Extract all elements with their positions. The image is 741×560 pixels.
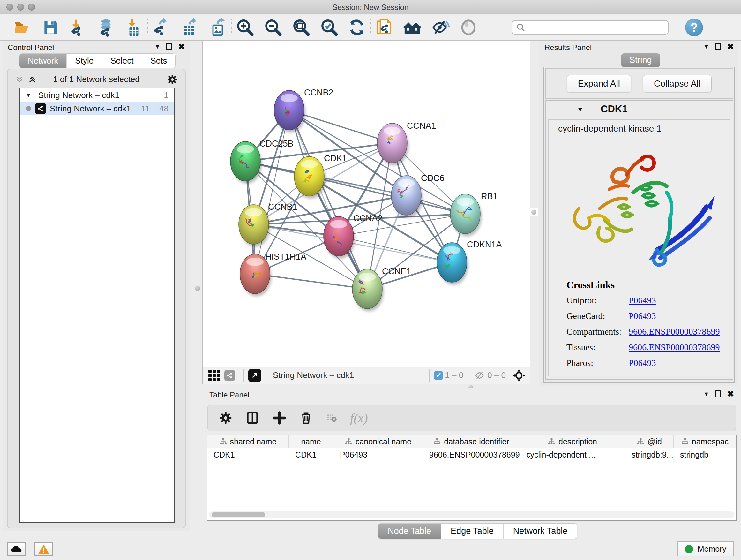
- show-all-icon[interactable]: [459, 18, 478, 37]
- selected-checkbox-icon[interactable]: ✓: [434, 371, 443, 380]
- section-expander-icon[interactable]: ▼: [577, 106, 583, 113]
- network-node-CDC25B[interactable]: CDC25B: [230, 139, 293, 184]
- collapse-panel-icon[interactable]: ▼: [703, 391, 709, 397]
- delete-table-icon[interactable]: [326, 412, 337, 424]
- create-column-icon[interactable]: [272, 411, 286, 425]
- tab-string[interactable]: String: [621, 53, 660, 67]
- search-input[interactable]: [526, 23, 664, 32]
- tab-select[interactable]: Select: [102, 54, 142, 68]
- column-header[interactable]: database identifier: [423, 435, 520, 448]
- crosslink-link[interactable]: P06493: [629, 358, 656, 368]
- column-header[interactable]: description: [520, 435, 625, 448]
- cloud-button[interactable]: [7, 543, 26, 556]
- network-node-RB1[interactable]: RB1: [450, 192, 498, 236]
- collection-count: 1: [164, 90, 169, 100]
- export-table-icon[interactable]: [180, 18, 199, 37]
- crosslink-link[interactable]: 9606.ENSP00000378699: [629, 327, 720, 337]
- network-node-CDK1[interactable]: CDK1: [294, 153, 347, 199]
- column-header[interactable]: shared name: [207, 435, 289, 448]
- hide-selected-icon[interactable]: [431, 18, 450, 37]
- save-session-icon[interactable]: [41, 18, 60, 37]
- table-row[interactable]: CDK1 CDK1 P06493 9606.ENSP00000378699 cy…: [207, 448, 736, 461]
- tree-expander-icon[interactable]: ▼: [25, 92, 31, 99]
- close-panel-icon[interactable]: ✖: [727, 390, 734, 397]
- refresh-icon[interactable]: [347, 18, 366, 37]
- collapse-panel-icon[interactable]: ▼: [703, 44, 709, 50]
- float-panel-icon[interactable]: [715, 43, 721, 50]
- collapse-all-button[interactable]: Collapse All: [643, 75, 712, 92]
- zoom-in-icon[interactable]: [235, 18, 255, 37]
- import-network-database-icon[interactable]: [96, 18, 116, 37]
- show-columns-icon[interactable]: [246, 411, 259, 425]
- column-header[interactable]: name: [289, 435, 333, 448]
- collapse-panel-icon[interactable]: ▼: [154, 44, 160, 50]
- share-document-icon[interactable]: [375, 18, 394, 37]
- expand-all-button[interactable]: Expand All: [567, 75, 631, 92]
- tab-network-table[interactable]: Network Table: [503, 523, 577, 539]
- view-grid-icon[interactable]: [208, 370, 220, 381]
- scrollbar-thumb[interactable]: [212, 512, 265, 517]
- import-network-file-icon[interactable]: [68, 18, 87, 37]
- network-node-CCNA1[interactable]: CCNA1: [377, 121, 436, 165]
- memory-button[interactable]: Memory: [677, 542, 734, 557]
- float-panel-icon[interactable]: [166, 43, 172, 50]
- column-header[interactable]: @id: [625, 435, 674, 448]
- node-table[interactable]: shared name name canonical name database…: [207, 435, 737, 521]
- import-table-icon[interactable]: [125, 18, 144, 37]
- left-splitter-grip[interactable]: [194, 285, 201, 292]
- crosslink-link[interactable]: 9606.ENSP00000378699: [629, 342, 720, 353]
- warning-button[interactable]: [35, 543, 53, 556]
- network-options-gear-icon[interactable]: [166, 74, 178, 85]
- selected-node-edge-counts: 1 – 0: [445, 370, 463, 380]
- search-field[interactable]: [512, 20, 669, 35]
- network-node-HIST1H1A[interactable]: HIST1H1A: [240, 252, 307, 296]
- network-edge[interactable]: [289, 110, 367, 289]
- horizontal-scrollbar[interactable]: [209, 511, 734, 518]
- zoom-out-icon[interactable]: [264, 18, 283, 37]
- gene-name: CDK1: [601, 104, 627, 115]
- birdseye-toggle-icon[interactable]: [512, 369, 526, 382]
- right-splitter-grip[interactable]: [530, 208, 538, 216]
- crosslink-link[interactable]: P06493: [629, 311, 656, 321]
- cell-namespace: stringdb: [674, 448, 736, 461]
- tab-sets[interactable]: Sets: [142, 54, 175, 68]
- tab-style[interactable]: Style: [67, 54, 102, 68]
- close-panel-icon[interactable]: ✖: [727, 43, 734, 50]
- first-neighbors-icon[interactable]: [403, 18, 422, 37]
- column-header[interactable]: namespac: [674, 435, 736, 448]
- export-image-icon[interactable]: [208, 18, 227, 37]
- open-session-icon[interactable]: [13, 18, 32, 37]
- network-node-CCNE1[interactable]: CCNE1: [352, 266, 411, 311]
- column-header[interactable]: canonical name: [333, 435, 423, 448]
- zoom-selected-icon[interactable]: [320, 18, 339, 37]
- network-node-CCNB1[interactable]: CCNB1: [239, 202, 297, 247]
- table-options-gear-icon[interactable]: [219, 411, 232, 425]
- close-panel-icon[interactable]: ✖: [178, 43, 185, 50]
- crosslink-link[interactable]: P06493: [629, 295, 656, 306]
- float-panel-icon[interactable]: [715, 390, 721, 397]
- hidden-eye-icon[interactable]: [475, 370, 485, 381]
- zoom-fit-icon[interactable]: [292, 18, 311, 37]
- node-label-CCNB1: CCNB1: [268, 202, 297, 212]
- control-panel-tabs: Network Style Select Sets: [19, 53, 176, 68]
- network-tree-root-row[interactable]: ▼ String Network – cdk1 1: [20, 88, 174, 102]
- network-tree-child-row[interactable]: String Network – cdk1 11 48: [20, 102, 174, 115]
- open-view-icon[interactable]: [248, 369, 261, 382]
- results-panel: Results Panel ▼ ✖ String Expand All Coll…: [539, 41, 738, 386]
- network-edge[interactable]: [255, 274, 367, 289]
- cell-name: CDK1: [289, 448, 333, 461]
- tab-network[interactable]: Network: [19, 54, 67, 68]
- network-node-CCNB2[interactable]: CCNB2: [274, 88, 333, 132]
- tab-node-table[interactable]: Node Table: [378, 523, 441, 539]
- network-node-CDKN1A[interactable]: CDKN1A: [437, 240, 502, 285]
- delete-column-icon[interactable]: [299, 411, 313, 425]
- network-node-CDC6[interactable]: CDC6: [391, 173, 445, 218]
- cell-database-identifier: 9606.ENSP00000378699: [423, 448, 520, 461]
- toolbar-separator: [231, 18, 232, 37]
- network-canvas[interactable]: CCNB2CCNA1CDC25BCDK1CDC6RB1CCNB1CCNA2CDK…: [202, 41, 530, 367]
- network-edge[interactable]: [339, 236, 452, 262]
- network-view-share-icon[interactable]: [224, 370, 235, 381]
- export-network-icon[interactable]: [152, 18, 171, 37]
- help-icon[interactable]: ?: [685, 18, 703, 37]
- tab-edge-table[interactable]: Edge Table: [441, 523, 503, 539]
